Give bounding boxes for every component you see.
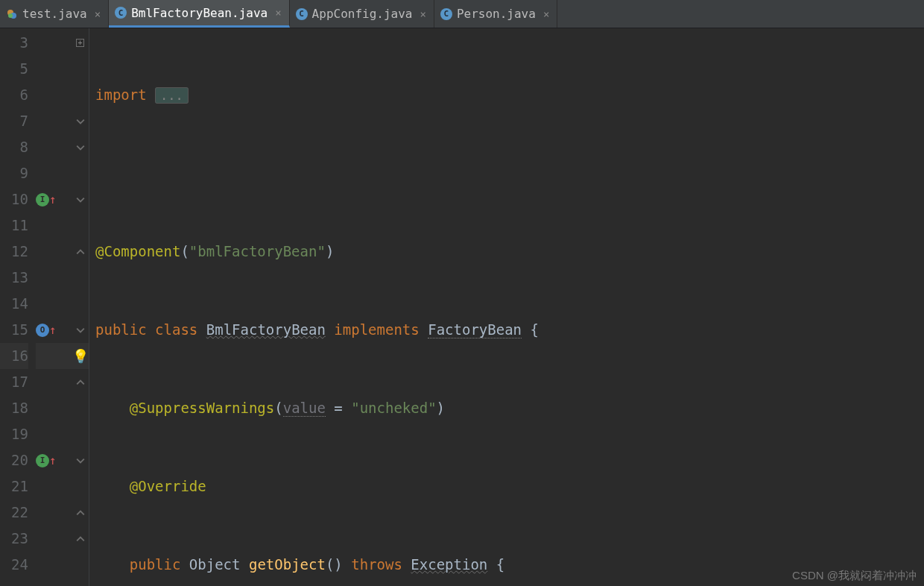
code-line: @Override [95, 473, 539, 500]
code-area[interactable]: import ... @Component("bmlFactoryBean") … [89, 28, 539, 586]
line-number: 24 [0, 552, 28, 578]
line-number: 8 [0, 134, 28, 160]
tab-label: BmlFactoryBean.java [131, 6, 268, 20]
line-number: 13 [0, 265, 28, 291]
code-line [95, 160, 539, 186]
tab-bmlfactorybean[interactable]: C BmlFactoryBean.java × [109, 0, 289, 28]
fold-gutter: + 💡 [72, 28, 89, 586]
gutter-markers: I↑ O↑ I↑ [36, 28, 72, 586]
tab-label: test.java [22, 7, 87, 21]
fold-expand-icon[interactable]: + [76, 39, 84, 47]
line-number: 7 [0, 108, 28, 134]
line-number: 20 [0, 447, 28, 473]
line-number: 3 [0, 30, 28, 56]
line-number: 23 [0, 526, 28, 552]
line-number: 15 [0, 317, 28, 343]
close-icon[interactable]: × [543, 8, 549, 20]
code-line: import ... [95, 82, 539, 108]
tab-person[interactable]: C Person.java × [434, 0, 557, 28]
line-number: 5 [0, 56, 28, 82]
fold-placeholder[interactable]: ... [155, 87, 189, 104]
implements-marker[interactable]: I↑ [36, 447, 57, 473]
line-number: 14 [0, 291, 28, 317]
fold-end-icon[interactable] [76, 248, 85, 256]
code-line: public Object getObject() throws Excepti… [95, 552, 539, 578]
class-file-icon: C [115, 7, 127, 19]
up-arrow-icon: ↑ [49, 186, 57, 212]
fold-collapse-icon[interactable] [76, 117, 85, 126]
class-file-icon: C [296, 8, 308, 20]
code-line: @Component("bmlFactoryBean") [95, 239, 539, 265]
line-number: 9 [0, 160, 28, 186]
fold-collapse-icon[interactable] [76, 326, 85, 335]
code-line: @SuppressWarnings(value = "uncheked") [95, 395, 539, 421]
close-icon[interactable]: × [275, 7, 281, 19]
fold-collapse-icon[interactable] [76, 195, 85, 204]
fold-end-icon[interactable] [76, 535, 85, 544]
up-arrow-icon: ↑ [49, 317, 57, 343]
intention-bulb-icon[interactable]: 💡 [72, 348, 89, 364]
line-number: 6 [0, 82, 28, 108]
override-marker[interactable]: O↑ [36, 317, 57, 343]
java-file-icon [6, 8, 18, 20]
line-number: 22 [0, 500, 28, 526]
line-number: 17 [0, 369, 28, 395]
line-number: 12 [0, 239, 28, 265]
line-number: 18 [0, 395, 28, 421]
line-number-gutter: 3 5 6 7 8 9 10 11 12 13 14 15 16 17 18 1… [0, 28, 36, 586]
tab-label: Person.java [457, 7, 536, 21]
svg-point-2 [8, 13, 13, 18]
line-number: 11 [0, 212, 28, 239]
implements-marker[interactable]: I↑ [36, 186, 57, 212]
fold-end-icon[interactable] [76, 378, 85, 387]
tab-appconfig[interactable]: C AppConfig.java × [290, 0, 434, 28]
close-icon[interactable]: × [95, 8, 101, 20]
close-icon[interactable]: × [420, 8, 425, 20]
line-number: 16 [0, 343, 28, 369]
line-number: 19 [0, 421, 28, 447]
tab-test[interactable]: test.java × [0, 0, 109, 28]
tab-label: AppConfig.java [312, 7, 413, 21]
line-number: 10 [0, 186, 28, 212]
code-line: public class BmlFactoryBean implements F… [95, 317, 539, 343]
line-number: 21 [0, 473, 28, 500]
watermark: CSDN @我就闷着冲冲冲 [792, 569, 917, 583]
up-arrow-icon: ↑ [49, 447, 57, 473]
fold-collapse-icon[interactable] [76, 143, 85, 152]
class-file-icon: C [440, 8, 452, 20]
code-editor[interactable]: 3 5 6 7 8 9 10 11 12 13 14 15 16 17 18 1… [0, 28, 924, 586]
editor-tabs: test.java × C BmlFactoryBean.java × C Ap… [0, 0, 924, 28]
fold-collapse-icon[interactable] [76, 456, 85, 465]
fold-end-icon[interactable] [76, 508, 85, 517]
